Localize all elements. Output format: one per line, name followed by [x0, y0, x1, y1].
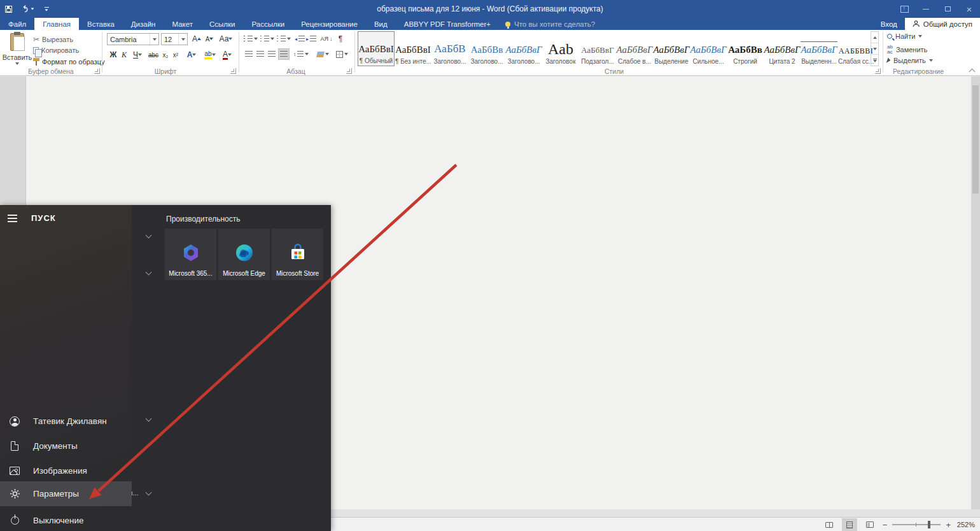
gallery-up-button[interactable]	[871, 32, 878, 43]
zoom-slider-thumb[interactable]	[928, 521, 930, 528]
tab-insert[interactable]: Вставка	[79, 18, 123, 30]
tile-microsoft-store[interactable]: Microsoft Store	[272, 229, 323, 280]
find-button[interactable]: Найти	[887, 32, 922, 40]
superscript-button[interactable]: x²	[171, 49, 181, 60]
multilevel-list-button[interactable]	[277, 34, 291, 44]
select-button[interactable]: Выделить	[887, 57, 933, 64]
justify-button[interactable]	[278, 48, 290, 60]
font-dialog-launcher[interactable]	[230, 68, 236, 74]
font-size-combo[interactable]: 12	[161, 33, 188, 45]
italic-button[interactable]: К	[120, 49, 129, 60]
print-layout-button[interactable]	[842, 518, 857, 531]
tab-file[interactable]: Файл	[0, 18, 34, 30]
tab-mailings[interactable]: Рассылки	[244, 18, 293, 30]
zoom-level[interactable]: 252%	[956, 521, 975, 528]
tab-abbyy[interactable]: ABBYY PDF Transformer+	[396, 18, 499, 30]
change-case-button[interactable]: Аа	[218, 33, 234, 45]
font-family-combo[interactable]: Cambria	[107, 33, 159, 45]
sidebar-item-pictures[interactable]: Изображения	[0, 458, 132, 483]
style-intense-quote[interactable]: АаБбВвГВыделенн...	[801, 31, 837, 66]
style-subtitle[interactable]: АаБбВвГПодзагол...	[579, 31, 616, 66]
style-title[interactable]: AabЗаголовок	[542, 31, 579, 66]
highlight-button[interactable]: ab	[201, 49, 219, 60]
underline-button[interactable]: Ч	[130, 49, 145, 60]
format-painter-button[interactable]: Формат по образцу	[33, 58, 105, 66]
increase-indent-button[interactable]: ▸	[306, 34, 316, 44]
grow-font-button[interactable]: А	[191, 33, 202, 45]
close-button[interactable]: ×	[958, 0, 980, 18]
sidebar-item-documents[interactable]: Документы	[0, 434, 132, 458]
tab-home[interactable]: Главная	[34, 18, 79, 30]
ribbon-display-options-button[interactable]	[893, 0, 915, 18]
zoom-out-button[interactable]: −	[883, 521, 888, 529]
bullets-button[interactable]	[244, 34, 258, 44]
style-quote2[interactable]: АаБбВвГЦитата 2	[764, 31, 801, 66]
tile-microsoft-365[interactable]: Microsoft 365...	[165, 229, 216, 280]
subscript-button[interactable]: x₂	[160, 49, 171, 60]
minimize-button[interactable]	[915, 0, 937, 18]
copy-button[interactable]: Копировать	[33, 46, 79, 54]
restore-button[interactable]	[937, 0, 958, 18]
cut-button[interactable]: ✂ Вырезать	[33, 35, 73, 44]
start-menu-title: ПУСК	[31, 213, 56, 223]
tile-microsoft-edge[interactable]: Microsoft Edge	[218, 229, 270, 280]
hamburger-icon[interactable]	[8, 215, 17, 222]
gallery-down-button[interactable]	[871, 43, 878, 55]
chevron-down-icon[interactable]	[146, 416, 152, 422]
sign-in-button[interactable]: Вход	[873, 18, 905, 30]
font-color-button[interactable]: А	[219, 49, 235, 60]
align-right-button[interactable]	[267, 49, 277, 59]
chevron-down-icon[interactable]	[146, 269, 152, 276]
replace-button[interactable]: abac Заменить	[887, 45, 927, 55]
vertical-scrollbar-thumb[interactable]	[972, 85, 979, 194]
paste-button[interactable]: Вставить	[4, 32, 31, 73]
microsoft-365-icon	[181, 243, 201, 266]
align-left-button[interactable]	[244, 49, 254, 59]
text-effects-button[interactable]: А	[183, 49, 200, 60]
style-label: Цитата 2	[769, 58, 795, 65]
style-heading1[interactable]: АаБбВЗаголово...	[431, 31, 468, 66]
tab-references[interactable]: Ссылки	[201, 18, 244, 30]
zoom-in-button[interactable]: +	[946, 521, 951, 529]
align-center-button[interactable]	[255, 49, 265, 59]
sidebar-item-account[interactable]: Татевик Джилавян	[0, 409, 132, 434]
numbering-button[interactable]	[260, 34, 274, 44]
style-strong[interactable]: АаБбВвСтрогий	[727, 31, 764, 66]
style-no-spacing[interactable]: АаБбВвІ¶ Без инте...	[395, 31, 431, 66]
style-subtle-emphasis[interactable]: АаБбВвГСлабое в...	[616, 31, 653, 66]
style-subtle-reference[interactable]: ААББВВІСлабая сс...	[837, 31, 874, 66]
web-layout-button[interactable]	[862, 518, 878, 531]
styles-dialog-launcher[interactable]	[875, 68, 881, 74]
strikethrough-button[interactable]: abc	[146, 49, 160, 60]
style-heading2[interactable]: АаБбВвЗаголово...	[468, 31, 505, 66]
line-spacing-button[interactable]: ↕	[293, 49, 309, 59]
borders-button[interactable]	[333, 49, 350, 59]
read-mode-button[interactable]	[822, 518, 837, 531]
clipboard-dialog-launcher[interactable]	[94, 68, 100, 74]
tab-review[interactable]: Рецензирование	[293, 18, 366, 30]
tab-view[interactable]: Вид	[366, 18, 396, 30]
shading-button[interactable]	[314, 49, 331, 59]
style-intense-emphasis[interactable]: АаБбВвГСильное...	[690, 31, 727, 66]
collapse-ribbon-button[interactable]	[969, 69, 976, 75]
gallery-more-button[interactable]	[871, 55, 878, 66]
sidebar-item-power[interactable]: Выключение	[0, 508, 132, 531]
style-emphasis[interactable]: АаБбВвГВыделение	[653, 31, 690, 66]
tell-me-box[interactable]: Что вы хотите сделать?	[499, 18, 601, 30]
zoom-slider[interactable]	[892, 524, 941, 525]
style-normal[interactable]: АаБбВвІ¶ Обычный	[358, 31, 395, 66]
shrink-font-button[interactable]: А	[204, 33, 215, 45]
tab-design[interactable]: Дизайн	[123, 18, 164, 30]
paragraph-dialog-launcher[interactable]	[346, 68, 352, 74]
chevron-down-icon[interactable]	[146, 490, 152, 496]
style-heading3[interactable]: АаБбВвГЗаголово...	[505, 31, 542, 66]
bold-button[interactable]: Ж	[108, 49, 118, 60]
pilcrow-button[interactable]: ¶	[335, 33, 346, 44]
sidebar-item-settings[interactable]: Параметры	[0, 481, 132, 506]
decrease-indent-button[interactable]: ◂	[295, 34, 305, 44]
sort-button[interactable]: АЯ↓	[320, 33, 333, 44]
share-button[interactable]: Общий доступ	[905, 18, 980, 30]
tab-layout[interactable]: Макет	[164, 18, 201, 30]
vertical-scrollbar[interactable]	[971, 76, 980, 509]
chevron-down-icon[interactable]	[146, 232, 152, 239]
